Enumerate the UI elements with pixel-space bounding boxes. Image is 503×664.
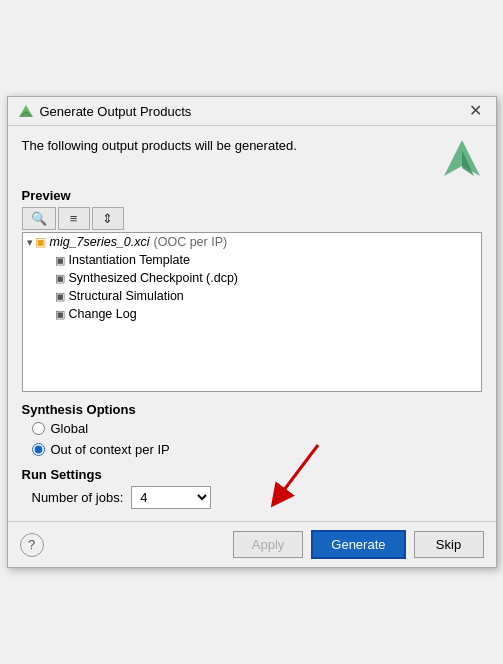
radio-global[interactable]: Global [32, 421, 482, 436]
sort-icon: ⇕ [102, 211, 113, 226]
dialog-body: The following output products will be ge… [8, 126, 496, 521]
tree-child-label-4: Change Log [69, 307, 137, 321]
help-button[interactable]: ? [20, 533, 44, 557]
synthesis-radio-group: Global Out of context per IP [22, 421, 482, 457]
tree-child-label-2: Synthesized Checkpoint (.dcp) [69, 271, 239, 285]
sort-toolbar-button[interactable]: ⇕ [92, 207, 124, 230]
search-toolbar-button[interactable]: 🔍 [22, 207, 56, 230]
folder-icon: ▣ [35, 235, 46, 249]
generate-button[interactable]: Generate [311, 530, 405, 559]
tree-root-desc: (OOC per IP) [154, 235, 228, 249]
preview-section: Preview 🔍 ≡ ⇕ ▾ ▣ mig_7series_0.xci [22, 188, 482, 392]
run-settings-section: Run Settings Number of jobs: 1 2 4 8 [22, 467, 482, 509]
file-icon-2: ▣ [55, 272, 65, 285]
tree-root-name: mig_7series_0.xci [50, 235, 150, 249]
filter-icon: ≡ [70, 211, 78, 226]
file-icon-3: ▣ [55, 290, 65, 303]
apply-button[interactable]: Apply [233, 531, 304, 558]
close-button[interactable]: ✕ [465, 103, 486, 119]
dialog-title: Generate Output Products [40, 104, 192, 119]
footer-left: ? [20, 533, 44, 557]
tree-child-label-1: Instantiation Template [69, 253, 190, 267]
dialog-window: Generate Output Products ✕ The following… [7, 96, 497, 568]
radio-global-label: Global [51, 421, 89, 436]
footer-right: Apply Generate Skip [233, 530, 484, 559]
synthesis-section: Synthesis Options Global Out of context … [22, 402, 482, 457]
radio-global-input[interactable] [32, 422, 45, 435]
xilinx-logo [442, 138, 482, 178]
filter-toolbar-button[interactable]: ≡ [58, 207, 90, 230]
tree-child-row[interactable]: ▣ Synthesized Checkpoint (.dcp) [23, 269, 481, 287]
radio-ooc-input[interactable] [32, 443, 45, 456]
jobs-label: Number of jobs: [32, 490, 124, 505]
app-icon [18, 103, 34, 119]
header-row: The following output products will be ge… [22, 138, 482, 178]
radio-ooc-label: Out of context per IP [51, 442, 170, 457]
radio-ooc[interactable]: Out of context per IP [32, 442, 482, 457]
tree-child-row[interactable]: ▣ Instantiation Template [23, 251, 481, 269]
dialog-footer: ? Apply Generate Skip [8, 521, 496, 567]
preview-label: Preview [22, 188, 482, 203]
preview-toolbar: 🔍 ≡ ⇕ [22, 207, 482, 230]
tree-child-row[interactable]: ▣ Change Log [23, 305, 481, 323]
run-settings-label: Run Settings [22, 467, 482, 482]
header-description: The following output products will be ge… [22, 138, 442, 153]
title-bar-left: Generate Output Products [18, 103, 192, 119]
file-icon-4: ▣ [55, 308, 65, 321]
file-icon-1: ▣ [55, 254, 65, 267]
tree-child-label-3: Structural Simulation [69, 289, 184, 303]
jobs-select[interactable]: 1 2 4 8 [131, 486, 211, 509]
tree-toggle-icon: ▾ [27, 236, 33, 249]
tree-child-row[interactable]: ▣ Structural Simulation [23, 287, 481, 305]
skip-button[interactable]: Skip [414, 531, 484, 558]
synthesis-label: Synthesis Options [22, 402, 482, 417]
run-settings-row: Number of jobs: 1 2 4 8 [22, 486, 482, 509]
preview-tree[interactable]: ▾ ▣ mig_7series_0.xci (OOC per IP) ▣ Ins… [22, 232, 482, 392]
tree-root-row[interactable]: ▾ ▣ mig_7series_0.xci (OOC per IP) [23, 233, 481, 251]
search-icon: 🔍 [31, 211, 47, 226]
title-bar: Generate Output Products ✕ [8, 97, 496, 126]
